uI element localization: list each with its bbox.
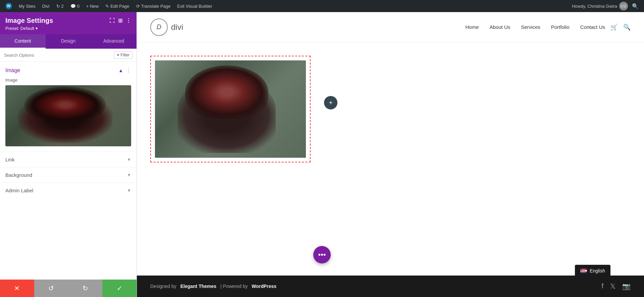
- canvas-image[interactable]: [155, 60, 306, 158]
- search-input[interactable]: [4, 53, 111, 58]
- tab-advanced[interactable]: Advanced: [91, 34, 137, 49]
- elegant-themes-label[interactable]: Elegant Themes: [180, 284, 216, 289]
- footer-social: f 𝕏 📷: [601, 282, 631, 290]
- panel-content: Image ▲ ⋮ Image Link ▼: [0, 62, 137, 280]
- bottom-actions: ✕ ↺ ↻ ✓: [0, 280, 137, 297]
- divi-button[interactable]: Divi: [40, 0, 52, 12]
- floating-action-button[interactable]: •••: [313, 246, 331, 263]
- logo-circle: D: [150, 18, 168, 36]
- howdy-label: Howdy, Christina Gwira: [572, 4, 617, 9]
- nav-portfolio[interactable]: Portfolio: [551, 24, 570, 30]
- twitter-icon[interactable]: 𝕏: [610, 282, 615, 290]
- image-section-header[interactable]: Image ▲ ⋮: [0, 62, 137, 78]
- background-chevron-icon: ▼: [127, 172, 131, 178]
- filter-button[interactable]: + Filter: [114, 51, 132, 59]
- link-chevron-icon: ▼: [127, 157, 131, 162]
- nav-services[interactable]: Services: [521, 24, 540, 30]
- panel-title-icons: ⛶ ⊞ ⋮: [109, 17, 131, 24]
- language-selector[interactable]: 🇺🇸 English: [575, 265, 610, 277]
- preset-label: Preset: Default: [5, 26, 34, 31]
- admin-label-section-title: Admin Label: [5, 188, 33, 193]
- maximize-icon[interactable]: ⛶: [109, 18, 115, 24]
- admin-bar: W My Sites Divi ↻ 2 💬 0 + New ✎ Edit Pag…: [0, 0, 644, 12]
- link-section-title: Link: [5, 157, 15, 162]
- undo-button[interactable]: ↺: [34, 280, 68, 297]
- language-label: English: [590, 268, 605, 274]
- facebook-icon[interactable]: f: [601, 282, 603, 290]
- nav-about[interactable]: About Us: [490, 24, 511, 30]
- save-icon: ✓: [117, 284, 122, 292]
- edit-icon: ✎: [105, 4, 109, 9]
- panel-title-row: Image Settings ⛶ ⊞ ⋮: [5, 17, 131, 24]
- image-section-content: Image: [0, 78, 137, 152]
- tab-content[interactable]: Content: [0, 34, 46, 49]
- save-button[interactable]: ✓: [102, 280, 137, 297]
- comments-button[interactable]: 💬 0: [68, 0, 82, 12]
- image-section-title: Image: [5, 67, 20, 73]
- floating-dots: •••: [318, 250, 326, 259]
- image-dots-icon[interactable]: ⋮: [126, 67, 131, 73]
- search-row: + Filter: [0, 49, 137, 62]
- avatar[interactable]: CG: [619, 2, 628, 10]
- image-thumbnail[interactable]: [5, 85, 131, 146]
- site-logo[interactable]: D divi: [150, 18, 183, 36]
- filter-label: Filter: [120, 53, 129, 57]
- footer-left: Designed by Elegant Themes | Powered by …: [150, 284, 276, 289]
- comments-count: 0: [77, 4, 79, 9]
- site-footer: Designed by Elegant Themes | Powered by …: [137, 276, 644, 297]
- admin-label-section-header[interactable]: Admin Label ▼: [0, 183, 137, 198]
- undo-icon: ↺: [48, 284, 54, 292]
- instagram-icon[interactable]: 📷: [622, 282, 631, 290]
- cancel-icon: ✕: [14, 284, 20, 292]
- nav-home[interactable]: Home: [466, 24, 479, 30]
- new-button[interactable]: + New: [84, 0, 101, 12]
- howdy-section: Howdy, Christina Gwira CG: [572, 2, 628, 10]
- exit-builder-button[interactable]: Exit Visual Builder: [174, 0, 215, 12]
- translate-page-label: Translate Page: [141, 4, 171, 9]
- background-section-header[interactable]: Background ▼: [0, 167, 137, 183]
- search-button[interactable]: 🔍: [623, 23, 631, 31]
- translate-page-button[interactable]: ⟳ Translate Page: [133, 0, 173, 12]
- edit-page-button[interactable]: ✎ Edit Page: [103, 0, 132, 12]
- panel-header: Image Settings ⛶ ⊞ ⋮ Preset: Default ▾: [0, 12, 137, 34]
- counter-label: 2: [61, 4, 64, 9]
- designed-by-label: Designed by: [150, 284, 176, 289]
- edit-page-label: Edit Page: [110, 4, 129, 9]
- link-section-header[interactable]: Link ▼: [0, 152, 137, 167]
- add-section-button[interactable]: +: [324, 96, 337, 109]
- section-header-icons: ▲ ⋮: [118, 67, 131, 73]
- cancel-button[interactable]: ✕: [0, 280, 34, 297]
- dots-icon[interactable]: ⋮: [126, 17, 131, 24]
- image-field-label: Image: [5, 78, 131, 83]
- refresh-button[interactable]: ↻ 2: [54, 0, 66, 12]
- cart-button[interactable]: 🛒: [610, 23, 618, 31]
- translate-icon: ⟳: [136, 4, 140, 9]
- exit-builder-label: Exit Visual Builder: [177, 4, 212, 9]
- logo-text: divi: [171, 22, 183, 32]
- image-chevron-icon[interactable]: ▲: [118, 68, 123, 73]
- logo-letter: D: [157, 23, 161, 31]
- nav-contact[interactable]: Contact Us: [580, 24, 605, 30]
- selection-box[interactable]: [150, 56, 311, 162]
- my-sites-button[interactable]: My Sites: [16, 0, 38, 12]
- columns-icon[interactable]: ⊞: [118, 17, 122, 24]
- admin-label-chevron-icon: ▼: [127, 188, 131, 193]
- add-icon: +: [329, 99, 333, 107]
- admin-bar-right: Howdy, Christina Gwira CG 🔍: [572, 2, 641, 10]
- preset-arrow[interactable]: ▾: [36, 26, 38, 31]
- wp-logo-button[interactable]: W: [3, 0, 15, 12]
- panel-tabs: Content Design Advanced: [0, 34, 137, 49]
- canvas-area: D divi Home About Us Services Portfolio: [137, 12, 644, 297]
- image-thumbnail-inner: [5, 85, 131, 146]
- preset-row: Preset: Default ▾: [5, 26, 131, 31]
- background-section-title: Background: [5, 172, 32, 178]
- canvas-content: +: [137, 42, 644, 276]
- search-icon[interactable]: 🔍: [629, 3, 641, 9]
- wordpress-label[interactable]: WordPress: [252, 284, 276, 289]
- wp-icon: W: [5, 3, 12, 9]
- redo-icon: ↻: [83, 284, 88, 292]
- my-sites-label: My Sites: [19, 4, 36, 9]
- redo-button[interactable]: ↻: [68, 280, 103, 297]
- tab-design[interactable]: Design: [46, 34, 91, 49]
- nav-icons: 🛒 🔍: [610, 23, 631, 31]
